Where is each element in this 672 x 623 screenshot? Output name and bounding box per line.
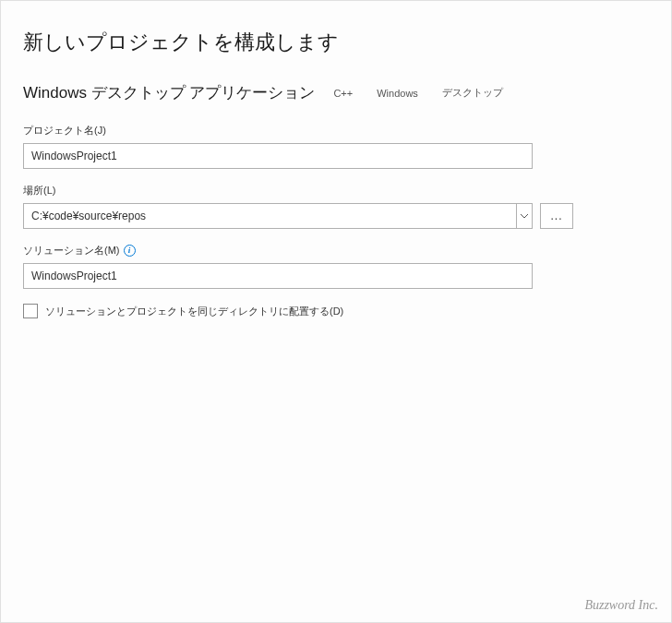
location-input[interactable]: [23, 203, 516, 229]
template-name: Windows デスクトップ アプリケーション: [23, 82, 315, 103]
browse-button[interactable]: ...: [540, 203, 573, 229]
template-row: Windows デスクトップ アプリケーション C++ Windows デスクト…: [23, 82, 649, 103]
solution-name-input[interactable]: [23, 263, 533, 289]
chevron-down-icon: [521, 214, 528, 219]
footer-credit: Buzzword Inc.: [584, 598, 658, 613]
solution-name-label: ソリューション名(M) i: [23, 244, 649, 258]
info-icon[interactable]: i: [124, 245, 136, 257]
tag-cpp: C++: [328, 86, 358, 101]
tag-windows: Windows: [371, 86, 424, 101]
project-name-label: プロジェクト名(J): [23, 124, 649, 138]
page-title: 新しいプロジェクトを構成します: [23, 29, 649, 56]
same-directory-checkbox[interactable]: [23, 304, 38, 318]
tag-desktop: デスクトップ: [437, 84, 509, 102]
same-directory-label: ソリューションとプロジェクトを同じディレクトリに配置する(D): [45, 305, 343, 318]
location-dropdown-button[interactable]: [516, 203, 533, 229]
project-name-input[interactable]: [23, 143, 533, 169]
location-label: 場所(L): [23, 184, 649, 198]
